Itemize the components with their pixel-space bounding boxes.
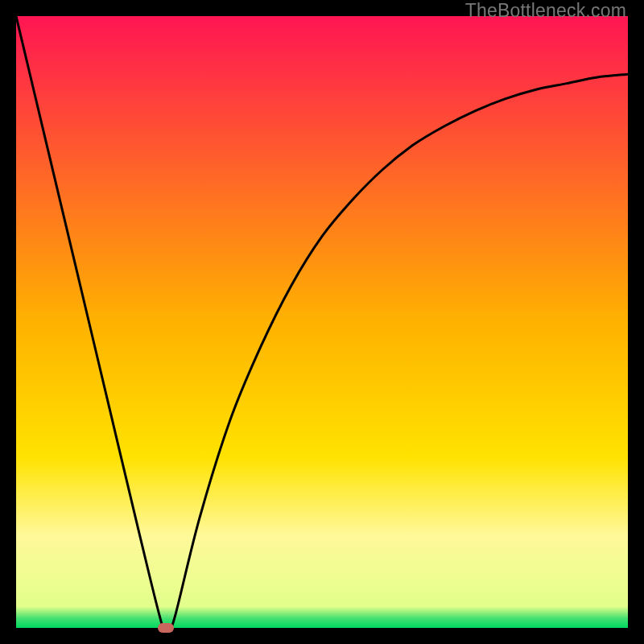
minimum-marker [158,623,174,633]
watermark-label: TheBottleneck.com [465,0,626,22]
plot-area [16,16,628,628]
chart-curve [16,16,628,628]
chart-frame [16,16,628,628]
